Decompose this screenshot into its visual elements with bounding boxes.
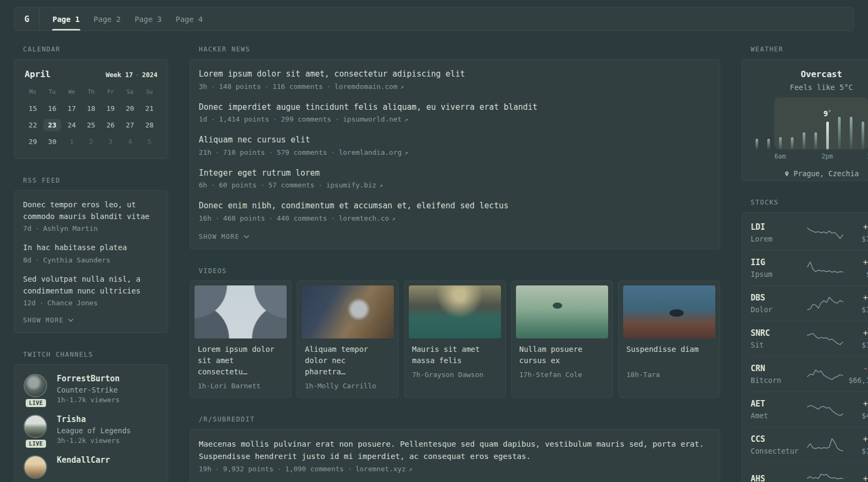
section-title-calendar: CALENDAR	[23, 46, 168, 53]
twitch-channel-name[interactable]: ForrestBurton	[57, 374, 119, 383]
hackernews-widget: Lorem ipsum dolor sit amet, consectetur …	[190, 59, 720, 250]
stock-price: $148.64	[845, 341, 868, 349]
stock-symbol[interactable]: SNRC	[751, 328, 805, 338]
hackernews-item-domain[interactable]: ipsumworld.net	[343, 115, 402, 123]
video-title[interactable]: Suspendisse diam	[623, 344, 715, 366]
stock-row[interactable]: AET Amet +0.92% $499.72	[751, 391, 868, 427]
video-thumbnail[interactable]	[302, 285, 394, 338]
show-more-button[interactable]: SHOW MORE	[199, 233, 711, 240]
avatar[interactable]	[24, 374, 47, 397]
stock-values: +1.36% $148.64	[845, 328, 868, 349]
stock-name: Sit	[751, 341, 805, 349]
video-author[interactable]: Molly Carrillo	[317, 382, 376, 390]
avatar[interactable]	[24, 415, 47, 438]
calendar-day: 3	[101, 133, 120, 150]
weather-location-row: Prague, Czechia	[751, 169, 868, 178]
stock-change: +0.51%	[845, 434, 868, 444]
stock-row[interactable]: LDI Lorem +4.35% $795.18	[751, 215, 868, 250]
twitch-channel-row[interactable]: LIVE Trisha League of Legends 3h·1.2k vi…	[23, 414, 159, 445]
stock-values: +2.84% $42.04	[845, 258, 868, 278]
nav-tab[interactable]: Page 3	[128, 7, 169, 31]
external-link-icon: ↗	[405, 149, 408, 156]
video-card: Suspendisse diam 18h·Tara	[618, 281, 720, 398]
video-thumbnail[interactable]	[409, 285, 501, 338]
rss-item-title[interactable]: In hac habitasse platea	[23, 242, 159, 254]
hackernews-item-domain[interactable]: loremtech.co	[339, 214, 389, 222]
stock-row[interactable]: DBS Dolor +1.42% $156.28	[751, 285, 868, 321]
weather-bar	[755, 139, 758, 149]
stock-row[interactable]: CRN Bitcorn -1.00% $66,171.48	[751, 356, 868, 391]
video-thumbnail[interactable]	[194, 285, 287, 338]
hackernews-item: Lorem ipsum dolor sit amet, consectetur …	[199, 68, 711, 91]
stock-symbol[interactable]: DBS	[751, 293, 805, 303]
nav-tab[interactable]: Page 4	[169, 7, 210, 31]
stock-row[interactable]: IIG Ipsum +2.84% $42.04	[751, 250, 868, 285]
stock-id: AHS	[751, 474, 805, 482]
twitch-channel-game[interactable]: League of Legends	[57, 426, 131, 435]
calendar-month: April	[25, 69, 50, 79]
stock-row[interactable]: AHS +0.46%	[751, 462, 868, 482]
separator-dot: ·	[277, 465, 281, 473]
weather-bar-slot	[774, 137, 786, 149]
video-author[interactable]: Stefan Cole	[536, 371, 582, 379]
nav-tab[interactable]: Page 1	[46, 7, 87, 31]
hackernews-item: Donec imperdiet augue tincidunt felis al…	[199, 101, 711, 124]
twitch-channel-row[interactable]: KendallCarr	[23, 455, 159, 479]
stock-symbol[interactable]: AET	[751, 399, 805, 409]
rss-item-title[interactable]: Sed volutpat nulla nisl, a condimentum n…	[23, 274, 159, 297]
separator-dot: ·	[35, 224, 40, 232]
video-title[interactable]: Aliquam tempor dolor nec pharetra…	[302, 344, 394, 378]
hackernews-item-domain[interactable]: ipsumify.biz	[326, 181, 377, 189]
video-author[interactable]: Grayson Dawson	[424, 371, 483, 379]
show-more-button[interactable]: SHOW MORE	[23, 317, 159, 324]
weather-bar-slot	[810, 132, 821, 149]
video-author[interactable]: Tara	[643, 371, 660, 379]
weather-bar-slot	[857, 122, 868, 149]
nav-tabs: Page 1Page 2Page 3Page 4	[40, 7, 209, 31]
separator-dot: ·	[211, 82, 215, 91]
video-meta: 1h·Molly Carrillo	[302, 382, 394, 390]
nav-tab[interactable]: Page 2	[87, 7, 128, 31]
twitch-channel-meta: 1h·1.7k viewers	[57, 396, 119, 404]
weather-bar	[779, 137, 782, 149]
stock-symbol[interactable]: IIG	[751, 258, 805, 267]
twitch-channel-name[interactable]: Trisha	[57, 415, 131, 424]
video-title[interactable]: Nullam posuere cursus ex	[516, 344, 608, 366]
stock-symbol[interactable]: CRN	[751, 364, 805, 373]
video-thumbnail[interactable]	[623, 285, 715, 338]
calendar-weekday: Th	[81, 84, 101, 100]
stock-symbol[interactable]: AHS	[751, 474, 805, 482]
subreddit-post-title[interactable]: Maecenas mollis pulvinar erat non posuer…	[199, 438, 711, 463]
avatar[interactable]	[24, 455, 47, 479]
separator-dot: ·	[331, 214, 335, 222]
twitch-channel-game[interactable]: Counter-Strike	[57, 386, 119, 394]
stock-row[interactable]: SNRC Sit +1.36% $148.64	[751, 321, 868, 356]
separator-dot: ·	[65, 396, 70, 404]
video-card: Lorem ipsum dolor sit amet consectetu… 1…	[190, 281, 291, 398]
hackernews-item-title[interactable]: Integer eget rutrum lorem	[199, 167, 711, 179]
hackernews-item-title[interactable]: Donec enim nibh, condimentum et accumsan…	[199, 200, 711, 212]
hackernews-item-title[interactable]: Donec imperdiet augue tincidunt felis al…	[199, 101, 711, 114]
stock-sparkline-cell	[805, 330, 845, 348]
twitch-channel-name[interactable]: KendallCarr	[57, 455, 110, 465]
left-column: CALENDAR April Week 17·2024 MoTuWeThFrSa…	[14, 46, 168, 482]
hackernews-item-title[interactable]: Lorem ipsum dolor sit amet, consectetur …	[199, 68, 711, 80]
sparkline-chart	[806, 436, 844, 454]
hackernews-item-domain[interactable]: loremdomain.com	[334, 82, 397, 91]
stock-price: $499.72	[845, 411, 868, 420]
stock-row[interactable]: CCS Consectetur +0.51% $165.84	[751, 427, 868, 462]
twitch-avatar-wrap: LIVE	[23, 373, 49, 404]
hackernews-item-title[interactable]: Aliquam nec cursus elit	[199, 134, 711, 146]
subreddit-post-domain[interactable]: loremnet.xyz	[355, 465, 406, 473]
stock-symbol[interactable]: LDI	[751, 222, 805, 232]
video-thumbnail[interactable]	[516, 285, 608, 338]
video-author[interactable]: Lori Barnett	[210, 382, 260, 390]
weather-bar-slot	[821, 122, 833, 149]
video-title[interactable]: Mauris sit amet massa felis	[409, 344, 501, 366]
app-logo[interactable]: G	[14, 7, 40, 31]
video-title[interactable]: Lorem ipsum dolor sit amet consectetu…	[194, 344, 287, 378]
twitch-channel-row[interactable]: LIVE ForrestBurton Counter-Strike 1h·1.7…	[23, 373, 159, 404]
stock-symbol[interactable]: CCS	[751, 434, 805, 444]
rss-item-title[interactable]: Donec tempor eros leo, ut commodo mauris…	[23, 199, 159, 222]
hackernews-item-domain[interactable]: loremlandia.org	[339, 148, 401, 156]
